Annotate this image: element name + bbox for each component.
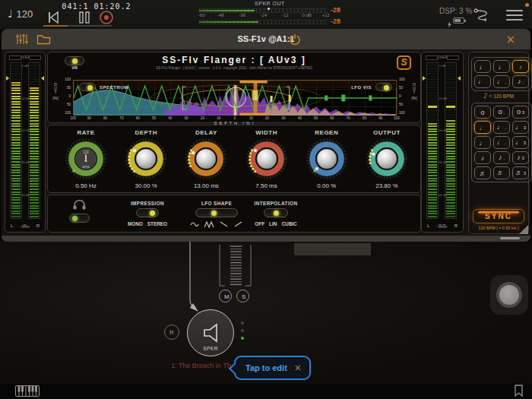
x-tick: 20 [201,116,204,120]
window-resize-handle[interactable] [519,225,528,234]
power-icon[interactable] [289,33,301,48]
keyboard-icon[interactable] [15,385,40,399]
sync-main-note-button-5[interactable]: ♩ 3 [512,121,529,134]
sync-main-note-button-2[interactable]: o 3 [512,106,529,119]
sync-main-note-button-0[interactable]: o [474,106,491,119]
tap-to-edit-tooltip[interactable]: Tap to edit × [234,356,311,380]
sync-top-note-button-0[interactable]: ♩ [474,60,491,73]
lfo-vis-toggle[interactable] [375,83,392,91]
saw-up-icon[interactable] [233,221,243,228]
knob-width[interactable]: WIDTH7.50 ms [239,129,294,189]
sync-main-note-button-10[interactable]: ♪ . [493,151,510,164]
master-meter-scale: -60-48-36-24-120 dB+12 [199,13,328,18]
daw-canvas[interactable]: M S R SPKR 1: The Breach in Th Tap to ed… [0,242,532,384]
x-tick: 90 [87,116,91,120]
session-title[interactable]: 1: The Breach in Th [171,362,231,369]
triangle-icon[interactable] [204,221,214,228]
x-tick: 40 [168,116,172,120]
db-scale-label: 0 dB [5,64,45,68]
close-icon[interactable]: × [501,32,520,47]
sync-main-note-button-12[interactable]: ♬ [474,166,491,179]
x-tick: 50 [152,116,156,120]
plugin-body: - OVER -0 dB-10 dB-20 dB-30 dB-40 dB-50 … [2,50,530,236]
spectrum-display[interactable]: SPECTRUM LFO VIS [73,80,397,115]
sync-top-note-button-5[interactable]: ♪ . [512,75,529,88]
interpolation-option-off[interactable]: OFF [255,221,264,226]
knob-regen[interactable]: REGEN0.00 % [299,129,354,189]
sync-button[interactable]: SYNC [473,209,524,223]
knob-output[interactable]: OUTPUT23.80 % [359,129,414,189]
db-scale-label: 0 dB [422,64,463,68]
sync-main-note-button-14[interactable]: ♬ 3 [512,166,529,179]
lfo-shape-toggle[interactable] [195,208,238,217]
sync-main-note-button-11[interactable]: ♪ 3 [512,151,529,164]
solo-button[interactable]: S [236,290,249,302]
record-button[interactable] [98,10,115,25]
knob-rate[interactable]: RATE120BPM0.50 Hz [59,129,113,189]
impression-option-mono[interactable]: MONO [128,221,143,226]
sync-main-note-button-8[interactable]: ♩ 3 [512,136,529,149]
routing-icon[interactable] [473,8,489,23]
over-indicator-row: - OVER - [422,55,463,61]
knob-regen-control[interactable] [305,137,349,181]
sync-top-note-button-1[interactable]: ♩ [493,60,510,73]
phones-toggle[interactable] [69,214,90,223]
skip-to-start-button[interactable] [46,10,62,25]
sync-main-note-button-7[interactable]: ♩ . [493,136,510,149]
saw-down-icon[interactable] [219,221,229,228]
interpolation-option-cubic[interactable]: CUBIC [281,221,296,226]
sync-main-note-button-13[interactable]: ♬ . [493,166,510,179]
x-tick: 50 [314,116,318,120]
tempo-display[interactable]: ♩ 120 [8,8,33,20]
sync-top-note-button-3[interactable]: ♩ . [474,75,491,88]
sine-icon[interactable] [190,221,200,228]
peak-readout-left: -28 [331,6,347,14]
interpolation-option-lin[interactable]: LIN [269,221,277,226]
record-arm-button[interactable]: R [164,325,179,340]
window-drag-handle[interactable] [500,237,520,239]
sync-main-note-button-1[interactable]: o . [493,106,510,119]
sync-top-note-button-4[interactable]: ♩ . [493,75,510,88]
pause-button[interactable] [76,10,93,25]
x-tick: 0 [234,116,236,120]
channel-label-center: - OUT - [436,224,448,228]
y-tick: 100 [60,78,71,81]
sync-main-note-button-6[interactable]: ♩ [474,136,491,149]
spectrum-toggle[interactable] [79,83,96,91]
knob-value: 30.00 % [135,182,157,189]
lfo-shape-label: LFO SHAPE [201,201,232,206]
tooltip-close-icon[interactable]: × [294,363,302,373]
knob-width-control[interactable] [245,137,289,181]
sync-main-note-button-9[interactable]: ♪ [474,151,491,164]
x-tick: 90 [378,116,382,120]
impression-option-stereo[interactable]: STEREO [147,221,167,226]
note-grid-top: ♩♩♪♩ .♩ .♪ . [471,57,532,91]
mute-button[interactable]: M [219,290,232,302]
x-tick: 70 [119,116,123,120]
y-tick: 100 [399,78,410,81]
impression-toggle[interactable] [136,208,159,217]
knob-rate-control[interactable]: 120BPM [64,137,108,181]
knob-delay[interactable]: DELAY13.00 ms [179,129,233,189]
connection-cable [190,242,195,309]
menu-icon[interactable] [506,10,523,21]
db-scale-label: -40 dB [5,192,45,196]
knob-label: RATE [77,129,94,136]
battery-icon [453,17,464,24]
knob-output-control[interactable] [365,137,409,181]
peak-readout-right: -28 [331,17,347,25]
sync-top-note-button-2[interactable]: ♪ [512,60,529,73]
master-knob[interactable] [490,275,528,315]
options-panel: IMPRESSION MONOSTEREO LFO SHAPE INTERPOL… [47,195,421,233]
plugin-main: VIN SS-Flv Flanger : [ AUv3 ] SS-F1v Fla… [47,52,421,233]
knob-delay-control[interactable] [184,137,228,181]
sync-main-note-button-3[interactable]: ♩ [474,121,491,134]
bookmark-icon[interactable] [513,384,524,399]
plugin-window-header[interactable]: SS-F1v @A1:1 × [2,29,530,50]
knob-depth-control[interactable] [124,137,168,181]
speaker-node[interactable]: SPKR [187,309,234,356]
sync-main-note-button-4[interactable]: ♩ . [493,121,510,134]
knob-depth[interactable]: DEPTH30.00 % [119,129,173,189]
dsp-load: DSP: 3 % [439,7,472,15]
interpolation-toggle[interactable] [264,208,288,217]
